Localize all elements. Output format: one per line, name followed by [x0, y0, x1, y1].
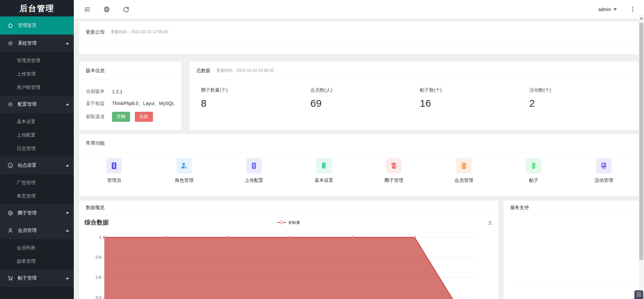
sidebar-item-label: 站点设置 — [18, 162, 66, 168]
id-card-icon — [250, 162, 258, 170]
vertical-scrollbar[interactable] — [639, 15, 644, 299]
totals-updated: 更新时间：2022-10-22 23:58:20 — [216, 68, 274, 73]
svg-text:1: 1 — [99, 235, 101, 240]
sidebar-item-config[interactable]: 配置管理 — [0, 96, 74, 113]
pills-stack-icon — [390, 162, 398, 170]
sidebar-item-admin-mgmt[interactable]: 管理员管理 — [0, 54, 74, 67]
menu-collapse-icon[interactable] — [84, 6, 91, 13]
topbar: admin — [74, 0, 644, 18]
chevron-down-icon — [613, 8, 617, 10]
sidebar-item-home[interactable]: 管理首页 — [0, 16, 74, 35]
sidebar-item-upload-mgmt[interactable]: 上传管理 — [0, 67, 74, 81]
sidebar-item-label: 圈子管理 — [18, 210, 66, 216]
sidebar-submenu-member: 会员列表 勋章管理 — [0, 239, 74, 269]
sidebar-item-circle[interactable]: 圈子管理 — [0, 204, 74, 222]
sidebar-item-label: 配置管理 — [18, 101, 66, 107]
scroll-up-icon[interactable] — [640, 17, 643, 19]
username: admin — [598, 7, 611, 12]
sidebar-item-member-list[interactable]: 会员列表 — [0, 241, 74, 254]
role-user-gear-icon — [180, 162, 188, 170]
support-body — [503, 215, 639, 288]
home-icon — [7, 22, 13, 29]
legend-label: 发帖量 — [288, 220, 300, 226]
function-label: 活动管理 — [594, 178, 613, 184]
more-menu-icon[interactable] — [631, 5, 635, 13]
sidebar-submenu-site: 广告管理 单页管理 — [0, 174, 74, 204]
sidebar: 后台管理 管理首页 系统管理 管理员管理 上传管理 用户组管理 配置管理 — [0, 0, 74, 299]
book-icon — [320, 162, 328, 170]
sidebar-item-label: 帖子管理 — [18, 275, 66, 281]
sidebar-item-upload-config[interactable]: 上传配置 — [0, 128, 74, 142]
chevron-up-icon — [66, 164, 69, 166]
function-basic-settings[interactable]: 基本设置 — [289, 158, 359, 184]
sidebar-item-system[interactable]: 系统管理 — [0, 35, 74, 52]
function-upload-config[interactable]: 上传配置 — [219, 158, 289, 184]
function-activity-mgmt[interactable]: 活动管理 — [569, 158, 639, 184]
sidebar-item-label: 会员管理 — [18, 228, 66, 234]
globe-icon[interactable] — [103, 6, 110, 13]
sidebar-item-label: 管理首页 — [18, 22, 69, 29]
refresh-icon[interactable] — [123, 6, 129, 13]
function-label: 基本设置 — [315, 178, 333, 184]
function-member-mgmt[interactable]: 会员管理 — [429, 158, 499, 184]
sidebar-item-medal-mgmt[interactable]: 勋章管理 — [0, 254, 74, 268]
sidebar-submenu-system: 管理员管理 上传管理 用户组管理 — [0, 52, 74, 96]
sidebar-item-site[interactable]: 站点设置 — [0, 157, 74, 174]
chevron-down-icon — [66, 212, 69, 214]
bag-icon — [530, 162, 538, 170]
function-label: 圈子管理 — [384, 178, 403, 184]
chevron-up-icon — [66, 230, 69, 232]
chevron-up-icon — [66, 277, 69, 279]
community-button[interactable]: 社区 — [135, 112, 153, 122]
function-label: 帖子 — [529, 178, 538, 184]
scrollbar-thumb[interactable] — [639, 23, 643, 260]
support-title: 服务支持 — [510, 205, 529, 211]
chevron-up-icon — [66, 42, 69, 44]
sidebar-submenu-config: 基本设置 上传配置 日志管理 — [0, 113, 74, 157]
svg-text:0.4: 0.4 — [96, 295, 101, 299]
gear-icon — [7, 40, 13, 46]
sidebar-item-page-mgmt[interactable]: 单页管理 — [0, 189, 74, 203]
function-label: 上传配置 — [245, 178, 263, 184]
cart-icon — [7, 275, 13, 281]
function-admin[interactable]: 管理员 — [79, 158, 149, 184]
data-overview-card: 数据概览 综合数据 发帖量 10.80.60.4 — [79, 201, 498, 299]
function-label: 管理员 — [107, 178, 121, 184]
functions-card: 常用功能 管理员 — [79, 134, 639, 196]
announcement-card: 更新公告 更新时间：2022-10-13 12:00:00 — [79, 22, 639, 54]
main-content: 更新公告 更新时间：2022-10-13 12:00:00 版本信息 当前版本 … — [74, 18, 644, 299]
svg-text:0.6: 0.6 — [96, 275, 101, 280]
sidebar-item-post[interactable]: 帖子管理 — [0, 269, 74, 287]
announcement-title: 更新公告 — [86, 29, 105, 35]
user-icon — [7, 228, 13, 234]
sidebar-item-member[interactable]: 会员管理 — [0, 222, 74, 239]
stat-members: 会员数(人) 69 — [310, 87, 420, 109]
legend-item-posts[interactable]: 发帖量 — [79, 215, 498, 230]
function-roles[interactable]: 角色管理 — [149, 158, 219, 184]
user-menu[interactable]: admin — [598, 7, 617, 12]
sidebar-item-ad-mgmt[interactable]: 广告管理 — [0, 176, 74, 189]
sidebar-item-usergroup-mgmt[interactable]: 用户组管理 — [0, 81, 74, 94]
framework-row-value: ThinkPhp6.0、Layui、MySQL — [112, 101, 175, 107]
framework-row-label: 基于框架 — [86, 101, 112, 107]
function-posts[interactable]: 帖子 — [499, 158, 569, 184]
totals-title: 总数据 — [196, 68, 210, 74]
stat-value: 2 — [529, 98, 639, 109]
stat-value: 69 — [310, 98, 420, 109]
function-circle-mgmt[interactable]: 圈子管理 — [359, 158, 429, 184]
official-site-button[interactable]: 官网 — [112, 112, 130, 122]
floating-support-widget[interactable] — [634, 290, 643, 299]
functions-title: 常用功能 — [86, 140, 105, 146]
function-label: 会员管理 — [454, 178, 473, 184]
support-card: 服务支持 — [503, 201, 639, 299]
stat-label: 圈子数量(个) — [201, 87, 310, 93]
sidebar-submenu-post — [0, 287, 74, 299]
stat-label: 活动数(个) — [529, 87, 639, 93]
stat-value: 16 — [420, 98, 529, 109]
stat-label: 帖子数(个) — [420, 87, 529, 93]
sidebar-item-log-mgmt[interactable]: 日志管理 — [0, 142, 74, 155]
area-chart[interactable]: 10.80.60.4 — [79, 230, 498, 299]
stat-posts: 帖子数(个) 16 — [420, 87, 529, 109]
sidebar-item-basic-settings[interactable]: 基本设置 — [0, 115, 74, 128]
function-label: 角色管理 — [175, 178, 194, 184]
